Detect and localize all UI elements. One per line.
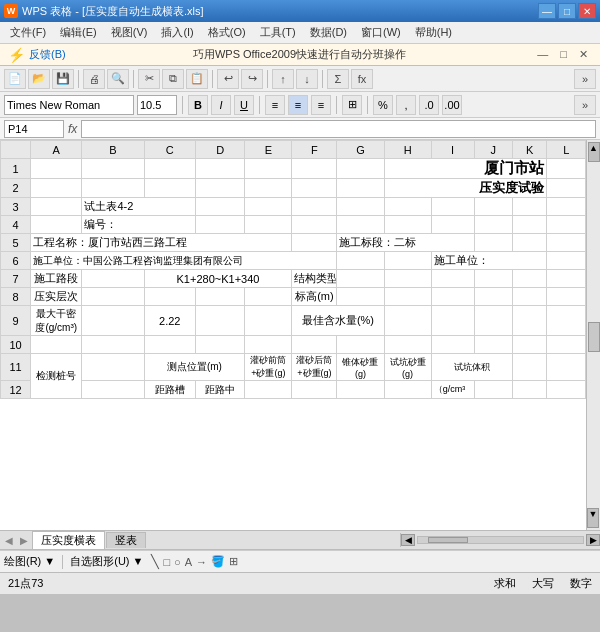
arrow-tool[interactable]: → (196, 556, 207, 568)
cell-B10[interactable] (82, 336, 144, 354)
cell-B8[interactable] (82, 288, 144, 306)
cell-I8[interactable] (431, 288, 474, 306)
sigma-button[interactable]: Σ (327, 69, 349, 89)
italic-button[interactable]: I (211, 95, 231, 115)
redo-button[interactable]: ↪ (241, 69, 263, 89)
cell-G1[interactable] (337, 159, 384, 179)
print-button[interactable]: 🖨 (83, 69, 105, 89)
col-header-G[interactable]: G (337, 141, 384, 159)
cell-B9[interactable] (82, 306, 144, 336)
cell-C1[interactable] (144, 159, 195, 179)
cell-K10[interactable] (513, 336, 547, 354)
sheet-tab-inactive-1[interactable]: 竖表 (106, 532, 146, 548)
menu-edit[interactable]: 编辑(E) (54, 23, 103, 42)
cell-L12[interactable] (547, 381, 586, 399)
cell-I6-merged[interactable]: 施工单位： (431, 252, 547, 270)
cell-G6[interactable] (337, 252, 384, 270)
minimize-button[interactable]: — (538, 3, 556, 19)
cell-I10[interactable] (431, 336, 474, 354)
row-header-10[interactable]: 10 (1, 336, 31, 354)
cell-H3[interactable] (384, 198, 431, 216)
row-header-2[interactable]: 2 (1, 179, 31, 198)
comma-button[interactable]: , (396, 95, 416, 115)
preview-button[interactable]: 🔍 (107, 69, 129, 89)
cell-B12[interactable] (82, 381, 144, 399)
cell-F8[interactable]: 标高(m) (292, 288, 337, 306)
cell-G2[interactable] (337, 179, 384, 198)
bold-button[interactable]: B (188, 95, 208, 115)
row-header-5[interactable]: 5 (1, 234, 31, 252)
cell-H8[interactable] (384, 288, 431, 306)
cell-E11[interactable]: 灌砂前筒+砂重(g) (245, 354, 292, 381)
cell-F3[interactable] (292, 198, 337, 216)
cell-E9[interactable] (245, 306, 292, 336)
align-left-button[interactable]: ≡ (265, 95, 285, 115)
col-header-C[interactable]: C (144, 141, 195, 159)
cell-C7-merged[interactable]: K1+280~K1+340 (144, 270, 292, 288)
line-tool[interactable]: ╲ (151, 554, 159, 569)
cell-H6[interactable] (384, 252, 431, 270)
row-header-7[interactable]: 7 (1, 270, 31, 288)
cell-D12[interactable]: 距路中 (195, 381, 244, 399)
cell-I7[interactable] (431, 270, 474, 288)
cell-D4[interactable] (195, 216, 244, 234)
copy-button[interactable]: ⧉ (162, 69, 184, 89)
cell-B2[interactable] (82, 179, 144, 198)
cell-H2-merged[interactable]: 压实度试验 (384, 179, 547, 198)
col-header-I[interactable]: I (431, 141, 474, 159)
row-header-1[interactable]: 1 (1, 159, 31, 179)
paste-button[interactable]: 📋 (186, 69, 208, 89)
cell-C8[interactable] (144, 288, 195, 306)
cell-J9[interactable] (474, 306, 513, 336)
merge-button[interactable]: ⊞ (342, 95, 362, 115)
close-button[interactable]: ✕ (578, 3, 596, 19)
cell-C10[interactable] (144, 336, 195, 354)
cell-E4[interactable] (245, 216, 292, 234)
notif-maximize[interactable]: □ (556, 48, 571, 61)
vertical-scrollbar[interactable]: ▲ ▼ (586, 140, 600, 530)
cell-A9[interactable]: 最大干密度(g/cm³) (31, 306, 82, 336)
menu-data[interactable]: 数据(D) (304, 23, 353, 42)
cell-J5[interactable] (474, 234, 513, 252)
cell-B11[interactable] (82, 354, 144, 381)
cell-F9-merged[interactable]: 最佳含水量(%) (292, 306, 384, 336)
cell-L11[interactable] (547, 354, 586, 381)
cell-J3[interactable] (474, 198, 513, 216)
cut-button[interactable]: ✂ (138, 69, 160, 89)
cell-I3[interactable] (431, 198, 474, 216)
align-right-button[interactable]: ≡ (311, 95, 331, 115)
window-controls[interactable]: — □ ✕ (538, 3, 596, 19)
cell-F5[interactable] (292, 234, 337, 252)
cell-G11[interactable]: 锥体砂重(g) (337, 354, 384, 381)
cell-H10[interactable] (384, 336, 431, 354)
cell-I9[interactable] (431, 306, 474, 336)
cell-B4-merged[interactable]: 编号： (82, 216, 196, 234)
cell-L8[interactable] (547, 288, 586, 306)
cell-B3-merged[interactable]: 试土表4-2 (82, 198, 196, 216)
increase-dec-button[interactable]: .0 (419, 95, 439, 115)
cell-J12[interactable] (474, 381, 513, 399)
cell-C12[interactable]: 距路槽 (144, 381, 195, 399)
cell-L10[interactable] (547, 336, 586, 354)
sort-asc-button[interactable]: ↑ (272, 69, 294, 89)
menu-tools[interactable]: 工具(T) (254, 23, 302, 42)
col-header-A[interactable]: A (31, 141, 82, 159)
decrease-dec-button[interactable]: .00 (442, 95, 462, 115)
cell-E12[interactable] (245, 381, 292, 399)
cell-A8[interactable]: 压实层次 (31, 288, 82, 306)
open-button[interactable]: 📂 (28, 69, 50, 89)
notif-label[interactable]: 反馈(B) (29, 47, 66, 62)
cell-C2[interactable] (144, 179, 195, 198)
cell-H4[interactable] (384, 216, 431, 234)
underline-button[interactable]: U (234, 95, 254, 115)
cell-A7[interactable]: 施工路段 (31, 270, 82, 288)
maximize-button[interactable]: □ (558, 3, 576, 19)
percent-button[interactable]: % (373, 95, 393, 115)
cell-D2[interactable] (195, 179, 244, 198)
cell-A11-merged[interactable]: 检测桩号 (31, 354, 82, 399)
formula-input[interactable] (81, 120, 596, 138)
row-header-9[interactable]: 9 (1, 306, 31, 336)
cell-E8[interactable] (245, 288, 292, 306)
cell-H1-merged[interactable]: 厦门市站 (384, 159, 547, 179)
menu-format[interactable]: 格式(O) (202, 23, 252, 42)
